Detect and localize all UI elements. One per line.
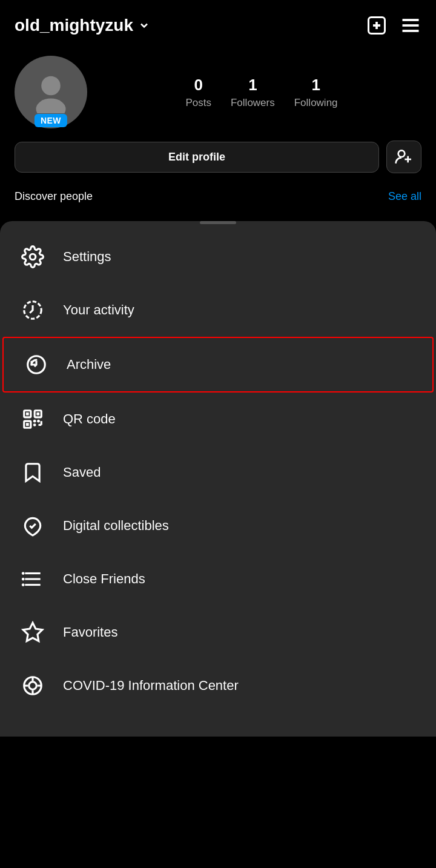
close-friends-label: Close Friends	[63, 571, 145, 587]
svg-rect-18	[36, 412, 39, 416]
menu-item-close-friends[interactable]: Close Friends	[0, 552, 436, 606]
following-count: 1	[311, 76, 320, 94]
add-post-icon[interactable]	[366, 15, 388, 36]
svg-point-30	[22, 583, 25, 586]
svg-rect-19	[26, 423, 29, 426]
saved-icon-wrap	[19, 459, 46, 486]
covid-icon-wrap	[19, 672, 46, 699]
qr-code-icon-wrap	[19, 406, 46, 432]
header-right	[366, 15, 421, 36]
edit-profile-button[interactable]: Edit profile	[15, 142, 379, 173]
settings-icon	[21, 245, 44, 268]
menu-item-saved[interactable]: Saved	[0, 446, 436, 499]
menu-item-archive[interactable]: Archive	[2, 337, 434, 393]
archive-icon-wrap	[23, 351, 50, 378]
profile-section: NEW 0 Posts 1 Followers 1 Following	[0, 46, 436, 141]
menu-item-activity[interactable]: Your activity	[0, 283, 436, 337]
svg-point-6	[41, 76, 61, 96]
hamburger-menu-icon[interactable]	[400, 15, 421, 36]
menu-item-qr-code[interactable]: QR code	[0, 393, 436, 446]
menu-item-settings[interactable]: Settings	[0, 230, 436, 283]
buttons-row: Edit profile	[0, 141, 436, 185]
qr-code-icon	[21, 408, 44, 431]
qr-code-label: QR code	[63, 411, 116, 427]
favorites-label: Favorites	[63, 624, 117, 640]
discover-label: Discover people	[15, 190, 93, 203]
digital-collectibles-icon	[21, 514, 44, 537]
header-left: old_mightyzuk	[15, 16, 150, 35]
svg-point-29	[22, 578, 25, 581]
header: old_mightyzuk	[0, 0, 436, 46]
username[interactable]: old_mightyzuk	[15, 16, 133, 35]
favorites-icon	[21, 621, 44, 644]
svg-point-28	[22, 572, 25, 575]
add-friend-icon	[394, 147, 414, 167]
svg-point-33	[29, 682, 37, 690]
posts-label: Posts	[185, 97, 211, 109]
followers-count: 1	[248, 76, 257, 94]
activity-icon	[21, 299, 44, 322]
following-stat[interactable]: 1 Following	[294, 76, 338, 109]
saved-label: Saved	[63, 465, 101, 480]
avatar-wrapper: NEW	[15, 56, 87, 128]
sheet-handle	[200, 221, 236, 224]
discover-row: Discover people See all	[0, 185, 436, 213]
chevron-down-icon[interactable]	[138, 19, 150, 31]
activity-label: Your activity	[63, 302, 134, 318]
menu-item-digital-collectibles[interactable]: Digital collectibles	[0, 499, 436, 552]
settings-icon-wrap	[19, 244, 46, 270]
followers-label: Followers	[231, 97, 275, 109]
svg-point-7	[36, 99, 66, 114]
digital-collectibles-label: Digital collectibles	[63, 518, 169, 534]
close-friends-icon	[21, 568, 44, 591]
covid-label: COVID-19 Information Center	[63, 678, 239, 694]
stats-row: 0 Posts 1 Followers 1 Following	[102, 76, 421, 109]
bottom-sheet: Settings Your activity Archive	[0, 221, 436, 737]
menu-item-favorites[interactable]: Favorites	[0, 606, 436, 659]
add-friend-button[interactable]	[386, 141, 421, 173]
close-friends-icon-wrap	[19, 566, 46, 592]
menu-item-covid[interactable]: COVID-19 Information Center	[0, 659, 436, 712]
favorites-icon-wrap	[19, 619, 46, 646]
svg-point-11	[30, 254, 36, 260]
followers-stat[interactable]: 1 Followers	[231, 76, 275, 109]
activity-icon-wrap	[19, 297, 46, 323]
see-all-link[interactable]: See all	[388, 190, 421, 203]
posts-stat[interactable]: 0 Posts	[185, 76, 211, 109]
following-label: Following	[294, 97, 338, 109]
digital-collectibles-icon-wrap	[19, 512, 46, 539]
settings-label: Settings	[63, 249, 111, 265]
covid-icon	[21, 674, 44, 697]
avatar-person-icon	[30, 71, 72, 113]
saved-icon	[21, 461, 44, 484]
posts-count: 0	[194, 76, 202, 94]
archive-label: Archive	[67, 357, 111, 373]
archive-icon	[25, 353, 48, 376]
svg-marker-31	[23, 623, 42, 641]
new-badge: NEW	[35, 114, 67, 127]
svg-point-8	[398, 150, 405, 157]
svg-rect-17	[26, 412, 29, 416]
